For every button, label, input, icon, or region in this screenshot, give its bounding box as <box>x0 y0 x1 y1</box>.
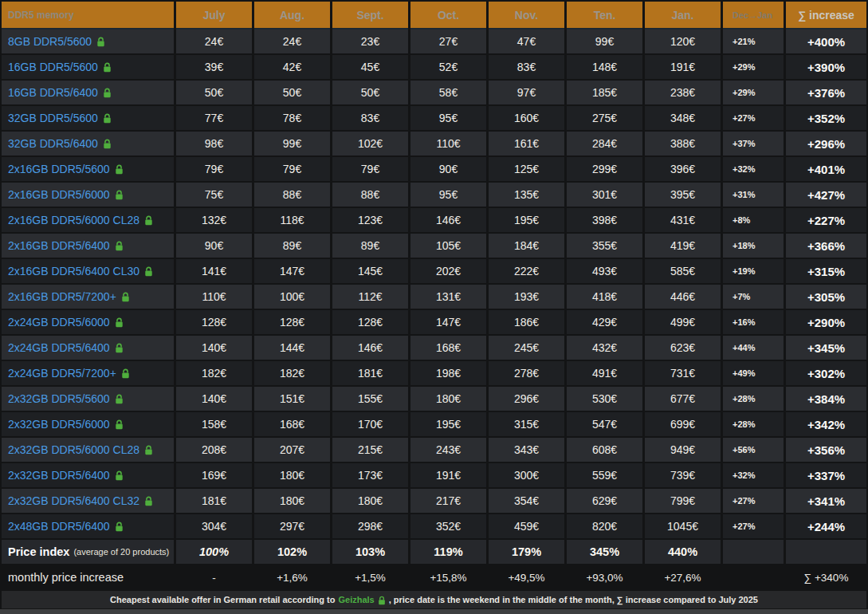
footer-note: Cheapest available offer in German retai… <box>2 591 866 608</box>
price-cell: 304€ <box>176 514 252 538</box>
product-link[interactable]: 2x16GB DDR5/6400 CL30 <box>8 265 153 277</box>
increase-cell: +366% <box>786 234 866 258</box>
price-cell: 184€ <box>489 234 564 258</box>
product-link[interactable]: 2x48GB DDR5/6400 <box>8 520 124 533</box>
price-cell: 128€ <box>332 310 408 334</box>
price-cell: 75€ <box>176 183 252 207</box>
increase-cell: +376% <box>786 81 866 104</box>
product-link[interactable]: 32GB DDR5/5600 <box>8 112 112 124</box>
price-cell: 629€ <box>567 489 642 513</box>
bottom-strip <box>0 609 868 614</box>
lock-icon <box>121 292 130 302</box>
product-label: 2x24GB DDR5/7200+ <box>8 367 116 380</box>
change-cell: +32% <box>723 463 784 487</box>
price-cell: 585€ <box>645 259 721 283</box>
price-cell: 297€ <box>254 514 330 538</box>
lock-icon <box>121 368 130 379</box>
price-cell: 90€ <box>176 234 252 258</box>
price-cell: 145€ <box>332 259 408 283</box>
price-cell: 79€ <box>254 157 330 181</box>
lock-icon <box>378 596 386 605</box>
price-cell: 191€ <box>410 463 486 487</box>
price-index-empty <box>786 540 866 564</box>
price-cell: 202€ <box>410 259 486 283</box>
product-label: 2x16GB DDR5/6400 CL30 <box>8 265 139 277</box>
increase-cell: +400% <box>786 30 866 53</box>
product-link[interactable]: 2x16GB DDR5/5600 <box>8 163 124 175</box>
increase-cell: +390% <box>786 55 866 79</box>
product-link[interactable]: 2x32GB DDR5/6000 CL28 <box>8 443 153 456</box>
table-row-product: 2x24GB DDR5/6000 <box>2 310 174 334</box>
product-link[interactable]: 2x32GB DDR5/5600 <box>8 392 124 405</box>
table-row-product: 2x16GB DDR5/5600 <box>2 157 174 181</box>
product-link[interactable]: 2x16GB DDR5/6400 <box>8 239 124 252</box>
price-cell: 396€ <box>645 157 721 181</box>
product-link[interactable]: 2x24GB DDR5/7200+ <box>8 367 130 380</box>
price-cell: 97€ <box>489 81 564 104</box>
price-cell: 95€ <box>410 106 486 130</box>
increase-cell: +341% <box>786 489 866 513</box>
price-cell: 608€ <box>567 438 642 462</box>
price-cell: 238€ <box>645 81 721 104</box>
increase-cell: +342% <box>786 412 866 436</box>
price-cell: 83€ <box>489 55 564 79</box>
product-link[interactable]: 32GB DDR5/6400 <box>8 137 112 150</box>
price-cell: 284€ <box>567 132 642 155</box>
footer-text-before: Cheapest available offer in German retai… <box>110 595 335 604</box>
monthly-increase-value: +1,6% <box>254 565 330 589</box>
price-cell: 431€ <box>645 208 721 232</box>
change-cell: +56% <box>723 438 784 462</box>
price-cell: 459€ <box>489 514 564 538</box>
price-cell: 23€ <box>332 30 408 53</box>
price-cell: 820€ <box>567 514 642 538</box>
month-header: Aug. <box>254 2 330 28</box>
lock-icon <box>144 445 153 455</box>
price-cell: 208€ <box>176 438 252 462</box>
price-cell: 168€ <box>410 336 486 360</box>
lock-icon <box>144 215 153 226</box>
product-link[interactable]: 2x32GB DDR5/6400 <box>8 469 124 482</box>
price-cell: 118€ <box>254 208 330 232</box>
product-link[interactable]: 2x24GB DDR5/6400 <box>8 341 124 354</box>
price-cell: 52€ <box>410 55 486 79</box>
price-cell: 110€ <box>410 132 486 155</box>
table-row-product: 2x16GB DDR5/6000 CL28 <box>2 208 174 232</box>
product-link[interactable]: 2x16GB DDR5/6000 <box>8 188 124 201</box>
change-cell: +37% <box>723 132 784 155</box>
price-cell: 89€ <box>254 234 330 258</box>
price-cell: 50€ <box>254 81 330 104</box>
price-cell: 343€ <box>489 438 564 462</box>
geizhals-link[interactable]: Geizhals <box>338 595 374 604</box>
product-link[interactable]: 16GB DDR5/5600 <box>8 61 112 73</box>
product-link[interactable]: 16GB DDR5/6400 <box>8 86 112 99</box>
price-cell: 24€ <box>176 30 252 53</box>
price-cell: 128€ <box>254 310 330 334</box>
price-cell: 132€ <box>176 208 252 232</box>
price-cell: 112€ <box>332 285 408 309</box>
increase-cell: +227% <box>786 208 866 232</box>
table-row-product: 2x24GB DDR5/6400 <box>2 336 174 360</box>
monthly-increase-value: +49,5% <box>489 565 564 589</box>
price-cell: 42€ <box>254 55 330 79</box>
product-link[interactable]: 2x24GB DDR5/6000 <box>8 316 124 329</box>
product-link[interactable]: 2x16GB DDR5/7200+ <box>8 290 130 303</box>
price-cell: 144€ <box>254 336 330 360</box>
change-cell: +7% <box>723 285 784 309</box>
price-cell: 147€ <box>254 259 330 283</box>
price-cell: 301€ <box>567 183 642 207</box>
change-cell: +29% <box>723 81 784 104</box>
product-link[interactable]: 8GB DDR5/5600 <box>8 35 105 48</box>
lock-icon <box>115 343 124 353</box>
product-link[interactable]: 2x16GB DDR5/6000 CL28 <box>8 214 153 226</box>
footer-text-after: , price date is the weekend in the middl… <box>389 595 758 604</box>
table-row-product: 2x32GB DDR5/6400 <box>2 463 174 487</box>
price-cell: 623€ <box>645 336 721 360</box>
product-label: 2x24GB DDR5/6000 <box>8 316 110 329</box>
product-link[interactable]: 2x32GB DDR5/6000 <box>8 418 124 431</box>
price-index-value: 119% <box>410 540 486 564</box>
table-row-product: 32GB DDR5/5600 <box>2 106 174 130</box>
product-link[interactable]: 2x32GB DDR5/6400 CL32 <box>8 494 153 507</box>
increase-cell: +356% <box>786 438 866 462</box>
price-cell: 180€ <box>332 489 408 513</box>
price-cell: 299€ <box>567 157 642 181</box>
